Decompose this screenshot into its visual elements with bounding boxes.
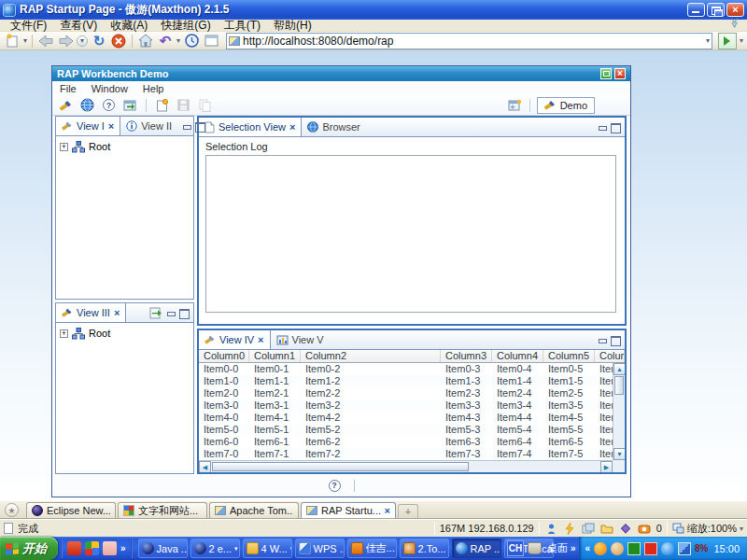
- export-window-icon[interactable]: [122, 98, 138, 113]
- start-button[interactable]: 开始: [0, 537, 58, 560]
- horizontal-scroll-thumb[interactable]: [212, 462, 469, 471]
- quicklaunch-icon-2[interactable]: [85, 541, 99, 555]
- snapshot-camera-icon[interactable]: [638, 522, 652, 535]
- maximize-view-icon[interactable]: [179, 309, 189, 317]
- tray-messenger-icon[interactable]: [611, 542, 624, 555]
- task-java[interactable]: Java ...: [138, 539, 188, 558]
- browser-tab-rap[interactable]: RAP Startu... ×: [301, 502, 396, 518]
- restore-button[interactable]: [707, 3, 725, 17]
- zoom-control[interactable]: 缩放:100% ▾: [672, 522, 743, 536]
- address-bar[interactable]: ▾: [226, 33, 712, 49]
- expand-icon[interactable]: +: [60, 143, 68, 151]
- help-icon[interactable]: ?: [101, 98, 117, 113]
- language-indicator[interactable]: CH: [507, 540, 524, 556]
- go-button[interactable]: [718, 33, 737, 49]
- zoom-dropdown-icon[interactable]: ▾: [740, 525, 743, 533]
- column-header[interactable]: Column3: [441, 350, 492, 362]
- scroll-left-icon[interactable]: ◀: [199, 461, 211, 472]
- selection-log-box[interactable]: [205, 155, 616, 313]
- tab-selection-view[interactable]: Selection View ×: [199, 118, 302, 136]
- task-jiaji[interactable]: 佳吉...: [347, 539, 397, 558]
- maximize-view-icon[interactable]: [611, 123, 620, 132]
- menu-help[interactable]: 帮助(H): [267, 20, 318, 32]
- browser-tab-google[interactable]: 文字和网站...: [118, 502, 207, 518]
- tab-view-4[interactable]: View IV ×: [199, 330, 271, 349]
- close-tab-icon[interactable]: ×: [385, 505, 390, 516]
- forward-icon[interactable]: [57, 34, 74, 49]
- back-icon[interactable]: [37, 34, 54, 49]
- history-clock-icon[interactable]: [183, 34, 200, 49]
- tray-collapse-icon[interactable]: «: [585, 543, 590, 553]
- home-icon[interactable]: [137, 34, 154, 49]
- new-tab-button[interactable]: +: [398, 504, 418, 518]
- tray-qq-icon[interactable]: [594, 542, 607, 555]
- demo-brush-icon[interactable]: [58, 98, 74, 113]
- table-row[interactable]: Item6-0Item6-1Item6-2Item6-3Item6-4Item6…: [199, 436, 613, 448]
- new-page-dropdown-icon[interactable]: ▾: [23, 36, 27, 45]
- perspective-demo-button[interactable]: Demo: [537, 97, 595, 114]
- table-row[interactable]: Item5-0Item5-1Item5-2Item5-3Item5-4Item5…: [199, 424, 613, 436]
- menu-file[interactable]: 文件(F): [4, 20, 53, 32]
- rap-menu-file[interactable]: File: [60, 83, 77, 94]
- close-tab-icon[interactable]: ×: [114, 308, 120, 318]
- folder-icon[interactable]: [600, 522, 614, 535]
- tree-node-root[interactable]: + Root: [60, 326, 193, 341]
- rap-close-button[interactable]: ×: [614, 68, 626, 79]
- link-with-editor-icon[interactable]: [149, 307, 162, 319]
- favorites-star-icon[interactable]: ★: [5, 503, 19, 517]
- task-eclipse-group[interactable]: 2 e...▾: [190, 539, 240, 558]
- table-row[interactable]: Item0-0Item0-1Item0-2Item0-3Item0-4Item0…: [199, 363, 613, 375]
- table-row[interactable]: Item4-0Item4-1Item4-2Item4-3Item4-4Item4…: [199, 412, 613, 424]
- tab-view-1[interactable]: View I ×: [56, 117, 120, 135]
- go-dropdown-icon[interactable]: ▾: [740, 36, 743, 45]
- task-folder-group[interactable]: 4 W...▾: [243, 539, 292, 558]
- rap-menu-help[interactable]: Help: [143, 83, 164, 94]
- close-tab-icon[interactable]: ×: [258, 335, 263, 345]
- minimize-button[interactable]: [687, 3, 705, 17]
- windows-icon[interactable]: [582, 522, 596, 535]
- table-row[interactable]: Item3-0Item3-1Item3-2Item3-3Item3-4Item3…: [199, 399, 613, 412]
- column-header[interactable]: Column2: [301, 350, 441, 362]
- tray-network-icon[interactable]: [678, 542, 691, 555]
- maximize-view-icon[interactable]: [611, 336, 620, 344]
- open-perspective-icon[interactable]: [507, 98, 523, 113]
- tab-view-3[interactable]: View III ×: [56, 303, 126, 322]
- table-row[interactable]: Item2-0Item2-1Item2-2Item2-3Item2-4Item2…: [199, 387, 613, 399]
- history-dropdown-icon[interactable]: ▾: [77, 35, 88, 47]
- scroll-up-icon[interactable]: ▲: [613, 363, 625, 375]
- close-button[interactable]: ×: [726, 3, 744, 17]
- scroll-right-icon[interactable]: ▶: [600, 461, 613, 472]
- horizontal-scrollbar[interactable]: ◀ ▶: [199, 460, 613, 472]
- save-icon[interactable]: [176, 98, 191, 113]
- menu-favorites[interactable]: 收藏(A): [104, 20, 154, 32]
- lightning-icon[interactable]: [563, 522, 577, 535]
- tab-browser[interactable]: Browser: [302, 118, 365, 136]
- address-dropdown-icon[interactable]: ▾: [706, 36, 710, 45]
- undo-icon[interactable]: ↶: [157, 34, 174, 49]
- expand-icon[interactable]: +: [60, 329, 68, 338]
- menu-view[interactable]: 查看(V): [53, 20, 104, 32]
- tray-green-app-icon[interactable]: [627, 542, 641, 555]
- tab-view-5[interactable]: View V: [271, 330, 330, 349]
- tray-antivirus-icon[interactable]: [644, 542, 657, 555]
- tray-cloud-icon[interactable]: [661, 542, 674, 555]
- browser-tab-eclipse[interactable]: Eclipse New...: [26, 502, 116, 518]
- task-tomcat-doc[interactable]: 2.To...: [400, 539, 449, 558]
- menu-tools[interactable]: 工具(T): [218, 20, 267, 32]
- vertical-scroll-thumb[interactable]: [614, 376, 624, 395]
- address-input[interactable]: [243, 35, 703, 48]
- minimize-view-icon[interactable]: [166, 309, 176, 317]
- new-wizard-icon[interactable]: [154, 98, 170, 113]
- close-tab-icon[interactable]: ×: [289, 122, 295, 133]
- copy-icon[interactable]: [197, 98, 213, 113]
- minimize-view-icon[interactable]: [182, 122, 191, 131]
- new-page-icon[interactable]: [4, 34, 21, 49]
- download-icon[interactable]: [544, 522, 558, 535]
- column-header[interactable]: Column0: [199, 350, 249, 362]
- column-header[interactable]: Column1: [249, 350, 301, 362]
- quicklaunch-icon-1[interactable]: [67, 541, 81, 555]
- ime-icon[interactable]: [528, 542, 542, 554]
- tab-view-2[interactable]: View II: [120, 117, 177, 135]
- minimize-view-icon[interactable]: [598, 123, 607, 132]
- quicklaunch-icon-3[interactable]: [103, 541, 117, 555]
